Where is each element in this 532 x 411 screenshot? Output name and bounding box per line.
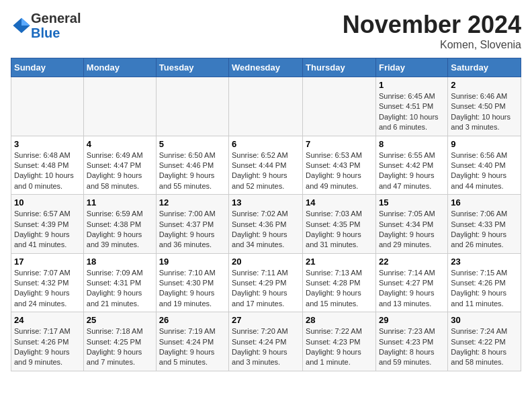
header-cell-friday: Friday [375, 58, 447, 77]
day-number: 7 [306, 139, 373, 149]
day-number: 6 [232, 139, 300, 149]
month-title: November 2024 [343, 11, 521, 39]
day-detail: Sunrise: 6:50 AMSunset: 4:46 PMDaylight:… [159, 150, 226, 192]
day-detail: Sunrise: 7:15 AMSunset: 4:26 PMDaylight:… [451, 268, 518, 310]
day-cell: 21Sunrise: 7:13 AMSunset: 4:28 PMDayligh… [303, 253, 376, 312]
day-detail: Sunrise: 7:07 AMSunset: 4:32 PMDaylight:… [14, 268, 81, 310]
logo-icon [12, 16, 31, 35]
header-row: SundayMondayTuesdayWednesdayThursdayFrid… [11, 58, 521, 77]
week-row-3: 10Sunrise: 6:57 AMSunset: 4:39 PMDayligh… [11, 195, 521, 254]
day-number: 25 [87, 315, 153, 325]
day-cell: 23Sunrise: 7:15 AMSunset: 4:26 PMDayligh… [448, 253, 521, 312]
day-number: 24 [14, 315, 81, 325]
header-cell-monday: Monday [83, 58, 156, 77]
week-row-5: 24Sunrise: 7:17 AMSunset: 4:26 PMDayligh… [11, 312, 521, 371]
day-number: 10 [14, 197, 81, 208]
day-cell: 20Sunrise: 7:11 AMSunset: 4:29 PMDayligh… [229, 253, 303, 312]
day-number: 26 [159, 315, 226, 325]
day-detail: Sunrise: 7:00 AMSunset: 4:37 PMDaylight:… [159, 209, 226, 250]
day-number: 14 [306, 197, 373, 208]
day-number: 13 [232, 197, 300, 208]
page-header: General Blue November 2024 Komen, Sloven… [11, 11, 521, 51]
day-cell: 28Sunrise: 7:22 AMSunset: 4:23 PMDayligh… [303, 312, 376, 371]
day-detail: Sunrise: 6:49 AMSunset: 4:47 PMDaylight:… [87, 150, 153, 192]
day-detail: Sunrise: 6:55 AMSunset: 4:42 PMDaylight:… [379, 150, 445, 192]
day-detail: Sunrise: 7:20 AMSunset: 4:24 PMDaylight:… [232, 326, 300, 368]
day-cell: 7Sunrise: 6:53 AMSunset: 4:43 PMDaylight… [303, 136, 376, 195]
day-detail: Sunrise: 7:09 AMSunset: 4:31 PMDaylight:… [87, 268, 153, 310]
week-row-2: 3Sunrise: 6:48 AMSunset: 4:48 PMDaylight… [11, 136, 521, 195]
day-cell [156, 77, 228, 136]
day-cell: 17Sunrise: 7:07 AMSunset: 4:32 PMDayligh… [11, 253, 84, 312]
day-detail: Sunrise: 7:11 AMSunset: 4:29 PMDaylight:… [232, 268, 300, 310]
day-detail: Sunrise: 7:13 AMSunset: 4:28 PMDaylight:… [306, 268, 373, 310]
day-number: 15 [379, 197, 445, 208]
day-detail: Sunrise: 6:57 AMSunset: 4:39 PMDaylight:… [14, 209, 81, 250]
svg-marker-1 [21, 18, 30, 26]
day-cell: 6Sunrise: 6:52 AMSunset: 4:44 PMDaylight… [229, 136, 303, 195]
day-cell [303, 77, 376, 136]
day-number: 5 [159, 139, 226, 149]
week-row-4: 17Sunrise: 7:07 AMSunset: 4:32 PMDayligh… [11, 253, 521, 312]
day-number: 23 [451, 257, 518, 267]
day-cell: 13Sunrise: 7:02 AMSunset: 4:36 PMDayligh… [229, 195, 303, 254]
day-cell: 2Sunrise: 6:46 AMSunset: 4:50 PMDaylight… [448, 77, 521, 136]
day-number: 27 [232, 315, 300, 325]
day-number: 11 [87, 197, 153, 208]
day-cell: 14Sunrise: 7:03 AMSunset: 4:35 PMDayligh… [303, 195, 376, 254]
day-cell: 10Sunrise: 6:57 AMSunset: 4:39 PMDayligh… [11, 195, 84, 254]
week-row-1: 1Sunrise: 6:45 AMSunset: 4:51 PMDaylight… [11, 77, 521, 136]
day-number: 1 [379, 80, 445, 90]
day-cell: 8Sunrise: 6:55 AMSunset: 4:42 PMDaylight… [375, 136, 447, 195]
calendar-table: SundayMondayTuesdayWednesdayThursdayFrid… [11, 58, 521, 371]
day-detail: Sunrise: 6:56 AMSunset: 4:40 PMDaylight:… [451, 150, 518, 192]
day-cell: 4Sunrise: 6:49 AMSunset: 4:47 PMDaylight… [83, 136, 156, 195]
header-cell-tuesday: Tuesday [156, 58, 228, 77]
day-cell: 5Sunrise: 6:50 AMSunset: 4:46 PMDaylight… [156, 136, 228, 195]
day-number: 30 [451, 315, 518, 325]
day-cell: 12Sunrise: 7:00 AMSunset: 4:37 PMDayligh… [156, 195, 228, 254]
day-number: 9 [451, 139, 518, 149]
day-number: 22 [379, 257, 445, 267]
day-detail: Sunrise: 6:48 AMSunset: 4:48 PMDaylight:… [14, 150, 81, 192]
day-cell: 19Sunrise: 7:10 AMSunset: 4:30 PMDayligh… [156, 253, 228, 312]
logo-blue-text: Blue [31, 26, 60, 40]
day-cell: 9Sunrise: 6:56 AMSunset: 4:40 PMDaylight… [448, 136, 521, 195]
day-detail: Sunrise: 7:14 AMSunset: 4:27 PMDaylight:… [379, 268, 445, 310]
day-cell [83, 77, 156, 136]
day-detail: Sunrise: 7:22 AMSunset: 4:23 PMDaylight:… [306, 326, 373, 368]
day-cell: 16Sunrise: 7:06 AMSunset: 4:33 PMDayligh… [448, 195, 521, 254]
logo-general-text: General [31, 11, 81, 26]
day-number: 19 [159, 257, 226, 267]
day-number: 20 [232, 257, 300, 267]
day-number: 4 [87, 139, 153, 149]
day-detail: Sunrise: 6:59 AMSunset: 4:38 PMDaylight:… [87, 209, 153, 250]
day-cell: 1Sunrise: 6:45 AMSunset: 4:51 PMDaylight… [375, 77, 447, 136]
day-cell: 18Sunrise: 7:09 AMSunset: 4:31 PMDayligh… [83, 253, 156, 312]
day-cell: 29Sunrise: 7:23 AMSunset: 4:23 PMDayligh… [375, 312, 447, 371]
day-detail: Sunrise: 7:19 AMSunset: 4:24 PMDaylight:… [159, 326, 226, 368]
header-cell-wednesday: Wednesday [229, 58, 303, 77]
day-cell: 25Sunrise: 7:18 AMSunset: 4:25 PMDayligh… [83, 312, 156, 371]
header-cell-sunday: Sunday [11, 58, 84, 77]
day-detail: Sunrise: 7:24 AMSunset: 4:22 PMDaylight:… [451, 326, 518, 368]
day-number: 18 [87, 257, 153, 267]
calendar-body: 1Sunrise: 6:45 AMSunset: 4:51 PMDaylight… [11, 77, 521, 371]
day-cell [229, 77, 303, 136]
day-number: 3 [14, 139, 81, 149]
day-detail: Sunrise: 7:02 AMSunset: 4:36 PMDaylight:… [232, 209, 300, 250]
day-detail: Sunrise: 6:46 AMSunset: 4:50 PMDaylight:… [451, 91, 518, 133]
calendar-header: SundayMondayTuesdayWednesdayThursdayFrid… [11, 58, 521, 77]
day-detail: Sunrise: 7:18 AMSunset: 4:25 PMDaylight:… [87, 326, 153, 368]
day-cell: 22Sunrise: 7:14 AMSunset: 4:27 PMDayligh… [375, 253, 447, 312]
day-number: 2 [451, 80, 518, 90]
day-detail: Sunrise: 7:03 AMSunset: 4:35 PMDaylight:… [306, 209, 373, 250]
day-number: 21 [306, 257, 373, 267]
header-cell-saturday: Saturday [448, 58, 521, 77]
day-detail: Sunrise: 7:17 AMSunset: 4:26 PMDaylight:… [14, 326, 81, 368]
day-cell: 30Sunrise: 7:24 AMSunset: 4:22 PMDayligh… [448, 312, 521, 371]
day-detail: Sunrise: 6:53 AMSunset: 4:43 PMDaylight:… [306, 150, 373, 192]
day-cell: 27Sunrise: 7:20 AMSunset: 4:24 PMDayligh… [229, 312, 303, 371]
logo: General Blue [11, 11, 81, 40]
day-number: 17 [14, 257, 81, 267]
